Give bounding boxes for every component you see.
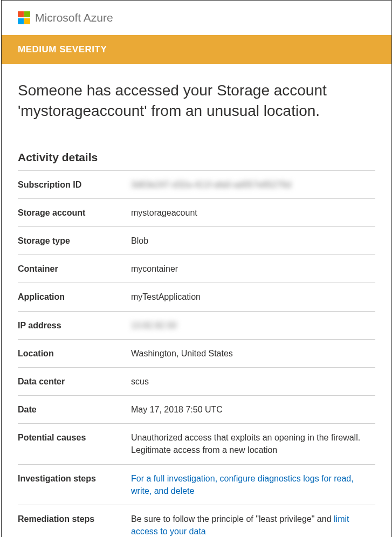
storage-account-value: mystorageacount [131, 198, 375, 226]
alert-content: Someone has accessed your Storage accoun… [2, 64, 391, 537]
container-label: Container [18, 255, 131, 283]
table-row: Subscription ID 3d63e247-d32a-411f-afa0-… [18, 170, 375, 198]
table-row: Container mycontainer [18, 255, 375, 283]
activity-details-table: Subscription ID 3d63e247-d32a-411f-afa0-… [18, 170, 375, 537]
storage-type-label: Storage type [18, 226, 131, 254]
remediation-steps-value: Be sure to follow the principle of "leas… [131, 505, 375, 537]
datacenter-label: Data center [18, 367, 131, 395]
table-row: IP address 13.82.82.50 [18, 311, 375, 339]
ip-address-value: 13.82.82.50 [131, 321, 177, 330]
storage-type-value: Blob [131, 226, 375, 254]
subscription-id-value: 3d63e247-d32a-411f-afa0-ad057e85276d [131, 180, 291, 189]
brand-name: Microsoft Azure [35, 11, 113, 24]
investigation-link[interactable]: For a full investigation, configure diag… [131, 474, 354, 495]
location-label: Location [18, 339, 131, 367]
table-row: Application myTestApplication [18, 283, 375, 311]
date-label: Date [18, 396, 131, 424]
subscription-id-label: Subscription ID [18, 170, 131, 198]
potential-causes-label: Potential causes [18, 424, 131, 464]
table-row: Date May 17, 2018 7:50 UTC [18, 396, 375, 424]
location-value: Washington, United States [131, 339, 375, 367]
table-row: Potential causes Unauthorized access tha… [18, 424, 375, 464]
datacenter-value: scus [131, 367, 375, 395]
alert-title: Someone has accessed your Storage accoun… [18, 80, 375, 121]
investigation-steps-label: Investigation steps [18, 464, 131, 505]
severity-banner: MEDIUM SEVERITY [2, 35, 391, 64]
table-row: Investigation steps For a full investiga… [18, 464, 375, 505]
remediation-text-prefix: Be sure to follow the principle of "leas… [131, 514, 334, 524]
table-row: Remediation steps Be sure to follow the … [18, 505, 375, 537]
application-value: myTestApplication [131, 283, 375, 311]
severity-label: MEDIUM SEVERITY [18, 44, 107, 54]
application-label: Application [18, 283, 131, 311]
container-value: mycontainer [131, 255, 375, 283]
brand-header: Microsoft Azure [2, 1, 391, 35]
activity-details-heading: Activity details [18, 151, 375, 164]
table-row: Storage account mystorageacount [18, 198, 375, 226]
remediation-steps-label: Remediation steps [18, 505, 131, 537]
table-row: Data center scus [18, 367, 375, 395]
investigation-steps-value: For a full investigation, configure diag… [131, 464, 375, 505]
storage-account-label: Storage account [18, 198, 131, 226]
table-row: Location Washington, United States [18, 339, 375, 367]
date-value: May 17, 2018 7:50 UTC [131, 396, 375, 424]
ip-address-label: IP address [18, 311, 131, 339]
microsoft-logo-icon [18, 11, 31, 24]
alert-email-container: Microsoft Azure MEDIUM SEVERITY Someone … [1, 0, 392, 537]
potential-causes-value: Unauthorized access that exploits an ope… [131, 424, 375, 464]
table-row: Storage type Blob [18, 226, 375, 254]
